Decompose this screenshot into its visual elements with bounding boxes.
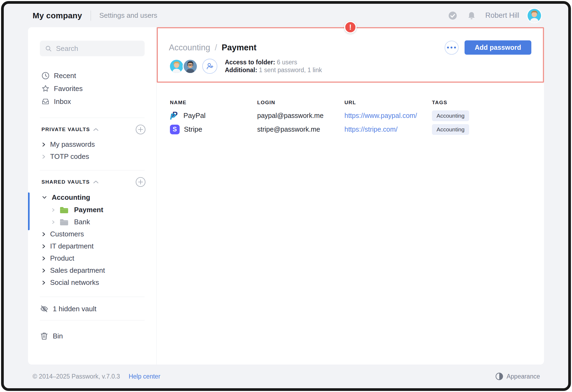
company-name[interactable]: My company [33, 11, 82, 20]
folder-item-payment[interactable]: Payment [28, 204, 156, 216]
sidebar-item-bin[interactable]: Bin [28, 328, 156, 344]
chevron-right-icon[interactable] [42, 256, 45, 261]
member-avatar-2[interactable] [183, 59, 198, 74]
sidebar-item-recent[interactable]: Recent [28, 69, 156, 82]
app-frame: My company Settings and users Robert Hil… [1, 1, 571, 391]
vault-item-product[interactable]: Product [28, 252, 156, 264]
help-center-link[interactable]: Help center [129, 373, 161, 380]
vault-item-it-department[interactable]: IT department [28, 240, 156, 252]
vault-item-customers[interactable]: Customers [28, 228, 156, 240]
chevron-right-icon[interactable] [42, 232, 45, 237]
check-circle-icon[interactable] [448, 11, 457, 20]
folder-item-bank[interactable]: Bank [28, 216, 156, 228]
name-cell: S Stripe [170, 125, 257, 134]
shared-vaults-title: SHARED VAULTS [41, 179, 90, 185]
column-header-login[interactable]: LOGIN [257, 100, 344, 106]
contrast-icon [495, 372, 503, 380]
member-avatar-1[interactable] [169, 59, 184, 74]
active-vault-indicator [28, 192, 30, 230]
private-vaults-header: PRIVATE VAULTS [28, 122, 156, 137]
vault-label: TOTP codes [50, 152, 89, 161]
folder-gray-icon [60, 218, 69, 226]
inbox-icon [41, 97, 50, 106]
search-icon [45, 45, 52, 52]
url-link[interactable]: https://stripe.com/ [344, 125, 432, 133]
column-header-url[interactable]: URL [344, 100, 432, 106]
table-header-row: NAME LOGIN URL TAGS [170, 97, 531, 108]
divider [40, 320, 145, 320]
search-box[interactable] [40, 41, 145, 56]
content-area: ! Accounting / Payment [157, 27, 544, 365]
access-value: 6 users [277, 59, 297, 66]
quick-links: Recent Favorites Inbox [28, 69, 156, 108]
breadcrumb-parent[interactable]: Accounting [169, 43, 210, 52]
vault-label: Product [50, 254, 74, 262]
chevron-right-icon[interactable] [42, 154, 45, 159]
user-name[interactable]: Robert Hill [485, 11, 519, 20]
private-vaults-list: My passwords TOTP codes [28, 138, 156, 163]
user-avatar[interactable] [527, 8, 542, 23]
folder-green-icon [60, 206, 69, 214]
add-private-vault-button[interactable] [135, 124, 146, 135]
add-password-button[interactable]: Add password [465, 40, 531, 55]
chevron-right-icon[interactable] [42, 280, 45, 285]
hidden-vaults-label: 1 hidden vault [53, 305, 96, 313]
add-user-button[interactable] [202, 59, 217, 74]
breadcrumb-current: Payment [222, 43, 256, 52]
appearance-toggle[interactable]: Appearance [495, 372, 540, 380]
ellipsis-icon [454, 47, 456, 48]
sidebar-item-favorites[interactable]: Favorites [28, 82, 156, 95]
table-row-stripe[interactable]: S Stripe stripe@passwork.me https://stri… [170, 123, 531, 136]
header-actions: Add password [445, 40, 531, 55]
chevron-right-icon[interactable] [42, 142, 45, 147]
divider [40, 118, 145, 118]
table-row-paypal[interactable]: P P PayPal paypal@passwork.me https://ww… [170, 109, 531, 122]
folder-header: Accounting / Payment [157, 27, 544, 83]
vault-label: IT department [50, 242, 93, 250]
divider [40, 297, 145, 297]
chevron-up-icon[interactable] [93, 180, 99, 184]
add-shared-vault-button[interactable] [135, 177, 146, 187]
appearance-label: Appearance [507, 373, 540, 380]
vault-item-social-networks[interactable]: Social networks [28, 276, 156, 289]
column-header-tags[interactable]: TAGS [432, 100, 531, 106]
additional-value: 1 sent password, 1 link [259, 66, 322, 74]
more-options-button[interactable] [445, 41, 459, 55]
vault-item-accounting[interactable]: Accounting [28, 191, 156, 204]
chevron-down-icon[interactable] [42, 196, 47, 199]
vault-label: Sales department [50, 266, 105, 275]
shared-vaults-list: Accounting Payment [28, 191, 156, 289]
eye-off-icon [40, 304, 48, 313]
main-panel: Recent Favorites Inbox [28, 27, 544, 365]
ellipsis-icon [451, 47, 452, 48]
chevron-right-icon[interactable] [52, 208, 55, 212]
vault-item-my-passwords[interactable]: My passwords [28, 138, 156, 150]
divider [40, 170, 145, 170]
tags-cell: Accounting [432, 110, 531, 121]
footer: © 2014–2025 Passwork, v.7.0.3 Help cente… [4, 365, 568, 388]
sidebar-item-inbox[interactable]: Inbox [28, 95, 156, 108]
chevron-right-icon[interactable] [42, 244, 45, 249]
chevron-right-icon[interactable] [52, 220, 55, 224]
sidebar: Recent Favorites Inbox [28, 27, 157, 365]
chevron-right-icon[interactable] [42, 268, 45, 273]
column-header-name[interactable]: NAME [170, 100, 257, 106]
hidden-vaults-toggle[interactable]: 1 hidden vault [28, 301, 156, 317]
tag-badge[interactable]: Accounting [432, 110, 469, 121]
vault-label: My passwords [50, 140, 95, 149]
tag-badge[interactable]: Accounting [432, 124, 469, 135]
vault-item-totp-codes[interactable]: TOTP codes [28, 150, 156, 163]
access-info: Access to folder: 6 users Additional: 1 … [225, 58, 322, 74]
paypal-logo-icon: P P [170, 111, 179, 121]
private-vaults-title: PRIVATE VAULTS [41, 127, 90, 132]
bin-label: Bin [53, 332, 63, 340]
settings-and-users-link[interactable]: Settings and users [99, 11, 157, 20]
chevron-up-icon[interactable] [93, 128, 99, 131]
vault-item-sales-department[interactable]: Sales department [28, 264, 156, 276]
search-input[interactable] [56, 44, 139, 53]
url-link[interactable]: https://www.paypal.com/ [344, 112, 432, 120]
bell-icon[interactable] [467, 11, 476, 20]
trash-icon [40, 332, 48, 340]
login-cell: stripe@passwork.me [257, 125, 344, 133]
topbar: My company Settings and users Robert Hil… [4, 4, 568, 27]
